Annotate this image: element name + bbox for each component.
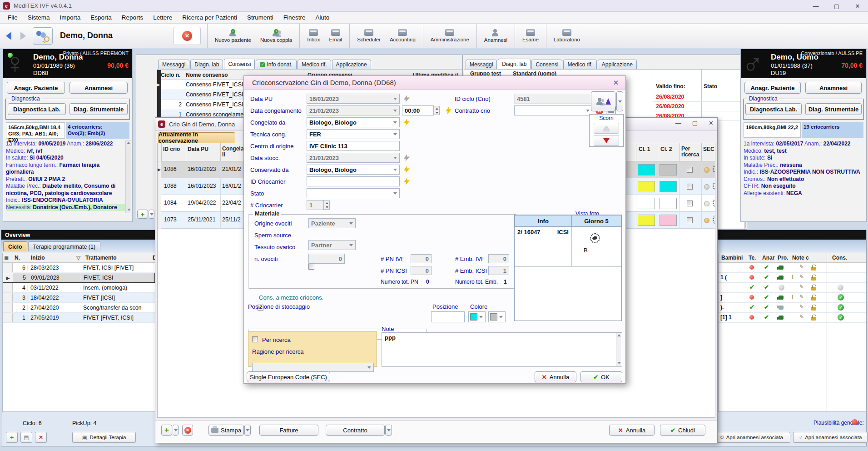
menu-reports[interactable]: Reports bbox=[117, 12, 148, 23]
col-cl2[interactable]: Cl. 2 bbox=[660, 146, 672, 152]
close-patient-button[interactable]: ✕ bbox=[174, 27, 201, 45]
per-ricerca-checkbox[interactable] bbox=[687, 217, 693, 223]
scorri-down-button[interactable] bbox=[594, 135, 619, 146]
note-field[interactable]: ppp bbox=[382, 332, 622, 367]
contratto-button[interactable]: Contratto bbox=[326, 425, 385, 436]
col-te[interactable]: Te. bbox=[749, 255, 756, 261]
menu-esporta[interactable]: Esporta bbox=[85, 12, 117, 23]
amministrazione-button[interactable]: Amministrazione bbox=[426, 24, 474, 48]
autofill-bolt-icon[interactable] bbox=[404, 95, 410, 102]
maximize-icon[interactable]: ▢ bbox=[826, 0, 847, 12]
anamnesi-button[interactable]: Anamnesi bbox=[480, 24, 512, 48]
edit-note-icon[interactable]: ✎ bbox=[799, 314, 804, 320]
sec-button[interactable]: Single European Code (SEC) bbox=[247, 371, 330, 382]
autofill-bolt-icon[interactable] bbox=[446, 107, 451, 114]
therapy-row[interactable]: 318/04/2022FIVET [ICSI] bbox=[3, 293, 155, 303]
ora-congelamento-field[interactable]: 00:00 bbox=[402, 105, 434, 115]
anagrafica-paziente-button[interactable]: Anagr. Paziente bbox=[7, 82, 65, 94]
crio-maximize-icon[interactable]: ▢ bbox=[692, 120, 698, 126]
embryo-icon[interactable] bbox=[713, 164, 715, 174]
dialog-close-icon[interactable]: ✕ bbox=[611, 78, 621, 87]
colore-2-field[interactable] bbox=[488, 311, 506, 322]
crio-chiudi-button[interactable]: ✔Chiudi bbox=[660, 425, 705, 436]
per-ricerca-checkbox[interactable] bbox=[687, 167, 693, 173]
ragione-ricerca-field[interactable] bbox=[252, 363, 374, 372]
diag-strumentale-button[interactable]: Diag. Strumentale bbox=[69, 103, 128, 115]
id-criocarrier-field[interactable] bbox=[307, 176, 400, 186]
tab-consensi[interactable]: Consensi bbox=[224, 59, 255, 69]
edit-note-icon[interactable]: ✎ bbox=[799, 274, 804, 280]
diagnostica-lab-button[interactable]: Diagnostica Lab. bbox=[745, 103, 802, 115]
tab-medico-rif[interactable]: Medico rif. bbox=[563, 60, 596, 69]
data-pu-field[interactable]: 16/01/2023 bbox=[307, 94, 400, 104]
diag-strumentale-button[interactable]: Diag. Strumentale bbox=[805, 103, 862, 115]
crio-annulla-button[interactable]: ✕Annulla bbox=[609, 425, 655, 436]
autofill-bolt-icon[interactable] bbox=[404, 166, 410, 173]
col-note-c[interactable]: Note c bbox=[792, 255, 809, 261]
sort-icon[interactable]: ▽ bbox=[76, 255, 80, 261]
forward-icon[interactable] bbox=[17, 29, 29, 43]
contratto-dropdown-icon[interactable] bbox=[385, 425, 392, 436]
criocarriers-box[interactable]: 4 criocarriers:Ovo(2); Emb(2) bbox=[66, 122, 129, 139]
col-sec[interactable]: SEC bbox=[703, 146, 714, 152]
conservato-da-field[interactable]: Biologo, Biologo bbox=[307, 165, 400, 175]
cl2-color-cell[interactable] bbox=[660, 164, 677, 175]
dialog-ok-button[interactable]: ✔OK bbox=[580, 371, 622, 382]
crio-family-dropdown-icon[interactable] bbox=[616, 91, 623, 111]
menu-finestre[interactable]: Finestre bbox=[278, 12, 311, 23]
col-trattamento[interactable]: Trattamento bbox=[85, 255, 117, 261]
minimize-icon[interactable]: — bbox=[805, 0, 826, 12]
autofill-bolt-icon[interactable] bbox=[404, 119, 410, 126]
therapy-row[interactable]: ▶509/01/2023FIVET, ICSI bbox=[3, 273, 155, 283]
menu-aiuto[interactable]: Aiuto bbox=[311, 12, 335, 23]
delete-therapy-button[interactable]: ✕ bbox=[35, 432, 47, 443]
crio-add-dropdown-icon[interactable] bbox=[173, 425, 179, 436]
embryo-icon[interactable] bbox=[713, 215, 715, 225]
data-stocc-field[interactable]: 21/01/2023 bbox=[307, 153, 400, 163]
therapy-row[interactable]: 628/03/2023FIVET, ICSI [FIVET] bbox=[3, 263, 155, 273]
autofill-bolt-icon[interactable] bbox=[404, 178, 410, 185]
menu-ricerca-per-pazienti[interactable]: Ricerca per Pazienti bbox=[177, 12, 242, 23]
tab-info-donat[interactable]: ✓Info donat. bbox=[256, 60, 297, 69]
scheduler-button[interactable]: Scheduler bbox=[352, 24, 385, 48]
tab-attualmente-in-conservazione[interactable]: Attualmente in conservazione bbox=[158, 132, 235, 143]
tab-applicazione[interactable]: Applicazione bbox=[598, 60, 637, 69]
crio-minimize-icon[interactable]: — bbox=[675, 120, 681, 126]
menu-file[interactable]: File bbox=[3, 12, 23, 23]
apri-anamnesi-female-button[interactable]: ⟲Apri anamnesi associata bbox=[712, 432, 790, 443]
dettagli-terapia-button[interactable]: ▣Dettagli Terapia bbox=[72, 432, 136, 443]
col-nome-consenso[interactable]: Nome consenso bbox=[186, 72, 228, 78]
tab-applicazione[interactable]: Applicazione bbox=[332, 60, 371, 69]
diagnostica-lab-button[interactable]: Diagnostica Lab. bbox=[8, 103, 66, 115]
cl2-color-cell[interactable] bbox=[660, 215, 677, 226]
col-n[interactable]: N. bbox=[15, 255, 20, 261]
therapy-row[interactable]: 127/05/2019FIVET [FIVET, ICSI] bbox=[3, 313, 155, 323]
col-data-pu[interactable]: Data PU bbox=[188, 146, 208, 152]
tab-diagn-lab[interactable]: Diagn. lab bbox=[498, 59, 531, 69]
dialog-annulla-button[interactable]: ✕Annulla bbox=[535, 371, 576, 382]
copy-therapy-button[interactable]: ▤ bbox=[20, 432, 32, 443]
tab-consensi[interactable]: Consensi bbox=[531, 60, 562, 69]
col-valido-fino[interactable]: Valido fino: bbox=[656, 83, 685, 90]
tecnica-cong-field[interactable]: FER bbox=[307, 129, 400, 139]
scorri-up-button[interactable] bbox=[594, 123, 619, 134]
crio-delete-button[interactable]: ✕ bbox=[182, 425, 193, 436]
col-pro[interactable]: Pro. bbox=[778, 255, 788, 261]
inbox-button[interactable]: Inbox bbox=[303, 24, 324, 48]
anamnesi-button[interactable]: Anamnesi bbox=[805, 82, 862, 94]
therapy-row[interactable]: 403/11/2022Insem. (omologa) bbox=[3, 283, 155, 293]
edit-note-icon[interactable]: ✎ bbox=[799, 284, 804, 290]
apri-anamnesi-male-button[interactable]: ♂Apri anamnesi associata bbox=[793, 432, 868, 443]
tessuto-ovarico-checkbox[interactable] bbox=[308, 264, 314, 270]
embryo-icon[interactable] bbox=[713, 198, 715, 208]
stato-field[interactable] bbox=[307, 188, 400, 198]
esame-button[interactable]: Esame bbox=[518, 24, 543, 48]
col-ciclo-n[interactable]: Ciclo n. bbox=[161, 72, 180, 78]
col-anar[interactable]: Anar bbox=[762, 255, 774, 261]
laboratorio-button[interactable]: Laboratorio bbox=[549, 24, 585, 48]
cl1-color-cell[interactable] bbox=[638, 181, 655, 192]
edit-note-icon[interactable]: ✎ bbox=[799, 304, 804, 310]
colore-1-field[interactable] bbox=[468, 311, 486, 322]
col-cons[interactable]: Cons. bbox=[832, 255, 847, 261]
centro-di-origine-field[interactable]: IVF Clinic 113 bbox=[307, 141, 400, 151]
